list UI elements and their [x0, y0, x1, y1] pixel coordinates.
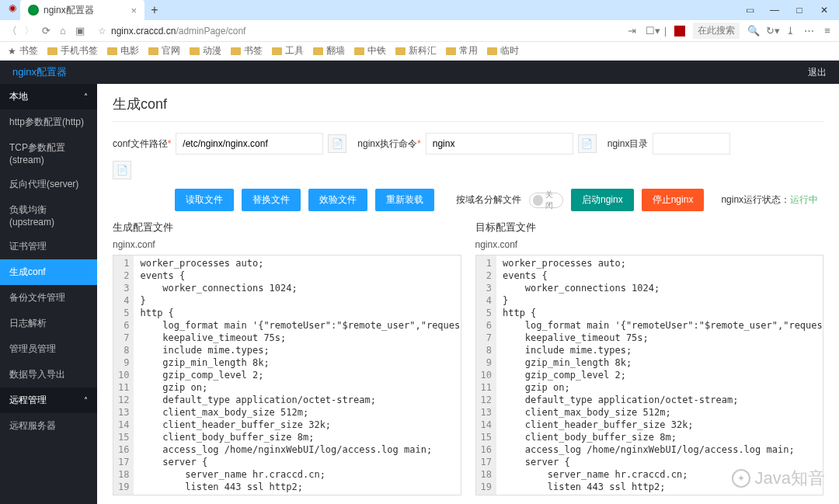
browser-tab[interactable]: nginx配置器 ×	[20, 0, 144, 20]
bookmarks-root[interactable]: ★ 书签	[8, 44, 38, 57]
win-close-icon[interactable]: ✕	[813, 2, 836, 19]
toolbar: 读取文件 替换文件 效验文件 重新装载 按域名分解文件 关闭 启动nginx 停…	[113, 189, 823, 211]
generated-config-title: 生成配置文件	[113, 221, 461, 235]
wechat-icon: ✦	[732, 469, 750, 488]
search-hint[interactable]: 在此搜索	[693, 23, 740, 39]
sidebar-item[interactable]: 日志解析	[0, 311, 97, 336]
form-row-paths: conf文件路径* 📄 nginx执行命令* 📄 nginx目录	[113, 133, 823, 155]
bookmark-star-icon[interactable]: ☆	[98, 26, 106, 36]
sidebar-group-remote[interactable]: 远程管理˄	[0, 388, 97, 413]
forward-icon[interactable]: 〉	[23, 24, 34, 38]
conf-path-input[interactable]	[176, 133, 323, 155]
sidebar-item[interactable]: http参数配置(http)	[0, 109, 97, 135]
target-config-editor[interactable]: 123456789101112131415161718192021222324 …	[475, 255, 824, 495]
bookmark-folder[interactable]: 电影	[107, 44, 139, 57]
sidebar-group-local[interactable]: 本地˄	[0, 84, 97, 109]
start-nginx-button[interactable]: 启动nginx	[571, 189, 634, 211]
win-maximize-icon[interactable]: □	[788, 2, 811, 19]
address-bar: 〈 〉 ⟳ ⌂ ▣ ☆ nginx.craccd.cn/adminPage/co…	[0, 20, 839, 42]
bookmark-folder[interactable]: 工具	[272, 44, 304, 57]
history-icon[interactable]: ↻▾	[766, 25, 777, 36]
watermark: ✦ Java知音	[732, 467, 825, 490]
folder-icon	[272, 47, 282, 55]
exec-label: nginx执行命令*	[357, 137, 420, 151]
reload-button[interactable]: 重新装载	[375, 189, 434, 211]
read-file-button[interactable]: 读取文件	[175, 189, 234, 211]
open-file-icon[interactable]: 📄	[113, 161, 131, 179]
tab-close-icon[interactable]: ×	[131, 5, 137, 16]
status-value: 运行中	[790, 194, 818, 205]
bookmark-folder[interactable]: 翻墙	[313, 44, 345, 57]
target-config-column: 目标配置文件 nginx.conf 1234567891011121314151…	[475, 221, 824, 495]
sidebar-item[interactable]: 数据导入导出	[0, 362, 97, 388]
sidebar: 本地˄ http参数配置(http)TCP参数配置(stream)反向代理(se…	[0, 84, 97, 504]
sidebar-item[interactable]: 证书管理	[0, 234, 97, 259]
folder-icon	[47, 47, 57, 55]
chevron-up-icon: ˄	[84, 396, 88, 405]
target-config-title: 目标配置文件	[475, 221, 824, 235]
generated-config-column: 生成配置文件 nginx.conf 1234567891011121314151…	[113, 221, 461, 495]
bookmarks-bar: ★ 书签 手机书签 电影 官网 动漫 书签 工具 翻墙 中铁 新科汇 常用 临时	[0, 42, 839, 61]
conf-path-label: conf文件路径*	[113, 137, 171, 151]
open-file-icon[interactable]: 📄	[578, 134, 597, 153]
win-minimize-icon[interactable]: —	[763, 2, 786, 19]
sidebar-item[interactable]: TCP参数配置(stream)	[0, 135, 97, 172]
nginx-icon	[28, 5, 39, 16]
page-title: 生成conf	[113, 95, 823, 122]
folder-icon	[231, 47, 241, 55]
sidebar-item[interactable]: 远程服务器	[0, 413, 97, 439]
search-engine-icon[interactable]	[674, 26, 685, 36]
bookmark-folder[interactable]: 常用	[446, 44, 478, 57]
download-icon[interactable]: ⤓	[785, 25, 795, 36]
generated-config-editor[interactable]: 123456789101112131415161718192021222324 …	[113, 255, 461, 495]
sidebar-item[interactable]: 反向代理(server)	[0, 172, 97, 197]
folder-icon	[487, 47, 497, 55]
bookmark-folder[interactable]: 临时	[487, 44, 519, 57]
folder-icon	[395, 47, 406, 55]
bookmark-folder[interactable]: 动漫	[190, 44, 221, 57]
folder-icon	[190, 47, 200, 55]
new-tab-button[interactable]: +	[144, 3, 165, 17]
bookmark-folder[interactable]: 手机书签	[47, 44, 98, 57]
open-file-icon[interactable]: 📄	[328, 134, 346, 153]
bookmark-folder[interactable]: 官网	[148, 44, 180, 57]
home-icon[interactable]: ⌂	[57, 25, 68, 36]
folder-icon	[354, 47, 364, 55]
status-label: nginx运行状态：运行中	[721, 193, 818, 207]
menu-dots-icon[interactable]: ⋯	[803, 25, 814, 36]
bookmark-folder[interactable]: 中铁	[354, 44, 386, 57]
stop-nginx-button[interactable]: 停止nginx	[642, 189, 705, 211]
search-icon[interactable]: 🔍	[747, 25, 758, 36]
back-icon[interactable]: 〈	[6, 24, 17, 38]
editors: 生成配置文件 nginx.conf 1234567891011121314151…	[113, 221, 823, 495]
dir-label: nginx目录	[607, 137, 649, 151]
url-display[interactable]: nginx.craccd.cn/adminPage/conf	[111, 26, 245, 36]
logout-link[interactable]: 退出	[808, 66, 827, 79]
sidebar-item[interactable]: 管理员管理	[0, 336, 97, 362]
split-switch[interactable]: 关闭	[529, 193, 563, 208]
chevron-up-icon: ˄	[84, 92, 88, 101]
win-monitor-icon[interactable]: ▭	[738, 2, 761, 19]
sidebar-item[interactable]: 负载均衡(upstream)	[0, 197, 97, 234]
sidebar-item[interactable]: 生成conf	[0, 259, 97, 285]
dir-input[interactable]	[653, 133, 730, 155]
browser-chrome: ◉ nginx配置器 × + ▭ — □ ✕ 〈 〉 ⟳ ⌂ ▣ ☆ nginx…	[0, 0, 839, 61]
folder-icon	[446, 47, 456, 55]
validate-file-button[interactable]: 效验文件	[308, 189, 367, 211]
bookmark-folder[interactable]: 书签	[231, 44, 263, 57]
share-icon[interactable]: ☐▾	[646, 25, 656, 36]
replace-file-button[interactable]: 替换文件	[242, 189, 301, 211]
refresh-icon[interactable]: ⟳	[40, 25, 51, 36]
bookmark-folder[interactable]: 新科汇	[395, 44, 437, 57]
split-by-domain-label: 按域名分解文件	[456, 193, 521, 207]
action-icon[interactable]: ⇥	[627, 25, 638, 36]
folder-icon	[107, 47, 117, 55]
target-config-filename: nginx.conf	[475, 239, 824, 250]
exec-input[interactable]	[426, 133, 573, 155]
hamburger-icon[interactable]: ≡	[822, 25, 833, 36]
sidebar-item[interactable]: 备份文件管理	[0, 285, 97, 311]
sidebar-toggle-icon[interactable]: ▣	[75, 25, 85, 36]
generated-config-filename: nginx.conf	[113, 239, 461, 250]
brand[interactable]: nginx配置器	[12, 65, 67, 79]
tab-title: nginx配置器	[44, 4, 126, 17]
